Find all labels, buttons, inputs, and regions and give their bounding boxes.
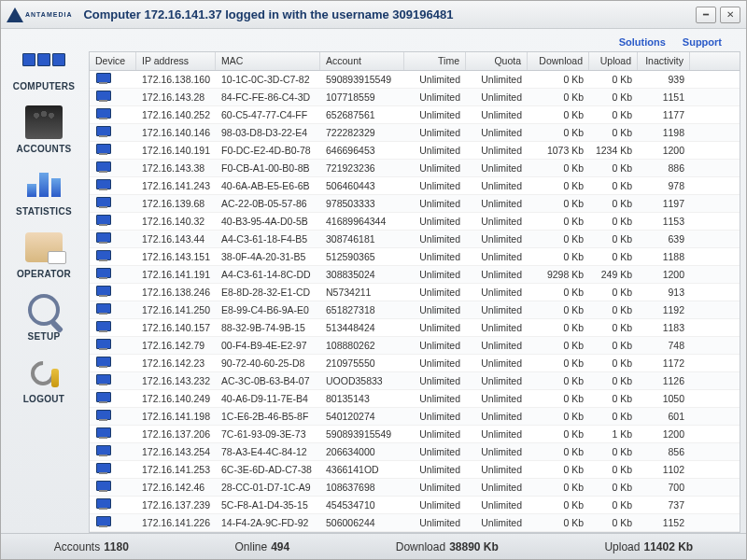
table-row[interactable]: 172.16.141.250E8-99-C4-B6-9A-E0651827318… xyxy=(90,301,740,319)
cell-upload: 0 Kb xyxy=(589,287,638,298)
support-link[interactable]: Support xyxy=(683,36,722,48)
col-ip[interactable]: IP address xyxy=(136,52,216,70)
cell-quota: Unlimited xyxy=(466,145,528,156)
cell-inactivity: 1188 xyxy=(638,251,690,262)
cell-device xyxy=(90,410,136,423)
table-row[interactable]: 172.16.138.16010-1C-0C-3D-C7-82590893915… xyxy=(90,71,740,89)
sidebar-item-statistics[interactable]: STATISTICS xyxy=(7,161,81,222)
table-row[interactable]: 172.16.142.7900-F4-B9-4E-E2-97108880262U… xyxy=(90,337,740,355)
cell-account: 540120274 xyxy=(320,411,404,422)
cell-time: Unlimited xyxy=(404,74,466,85)
status-bar: Accounts1180 Online494 Download38890 Kb … xyxy=(1,533,746,559)
cell-mac: 00-F4-B9-4E-E2-97 xyxy=(216,340,320,351)
brand-name: ANTAMEDIA xyxy=(25,11,72,18)
computer-icon xyxy=(95,250,110,261)
cell-download: 0 Kb xyxy=(528,393,589,404)
cell-inactivity: 1172 xyxy=(638,357,690,369)
cell-device xyxy=(90,463,136,476)
table-row[interactable]: 172.16.143.2884-FC-FE-86-C4-3D107718559U… xyxy=(90,89,740,106)
table-row[interactable]: 172.16.140.25260-C5-47-77-C4-FF652687561… xyxy=(90,106,740,124)
cell-mac: F0-CB-A1-00-B0-8B xyxy=(216,162,320,174)
table-row[interactable]: 172.16.142.4628-CC-01-D7-1C-A9108637698U… xyxy=(90,479,740,497)
table-row[interactable]: 172.16.142.2390-72-40-60-25-D8210975550U… xyxy=(90,355,740,372)
table-row[interactable]: 172.16.143.44A4-C3-61-18-F4-B5308746181U… xyxy=(90,231,740,248)
cell-mac: 38-0F-4A-20-31-B5 xyxy=(216,251,320,262)
col-device[interactable]: Device xyxy=(90,52,136,70)
cell-device xyxy=(90,197,136,210)
col-inactivity[interactable]: Inactivity xyxy=(638,52,690,70)
cell-inactivity: 700 xyxy=(638,482,690,493)
sidebar-item-computers[interactable]: COMPUTERS xyxy=(7,36,81,97)
cell-download: 0 Kb xyxy=(528,517,589,528)
table-row[interactable]: 172.16.140.24940-A6-D9-11-7E-B480135143U… xyxy=(90,390,740,408)
table-row[interactable]: 172.16.143.25478-A3-E4-4C-84-12206634000… xyxy=(90,443,740,461)
cell-device xyxy=(90,481,136,494)
sidebar-item-operator[interactable]: OPERATOR xyxy=(7,224,81,285)
cell-mac: AC-3C-0B-63-B4-07 xyxy=(216,375,320,386)
col-download[interactable]: Download xyxy=(528,52,589,70)
sidebar-item-label: STATISTICS xyxy=(16,206,72,217)
col-upload[interactable]: Upload xyxy=(589,52,638,70)
cell-download: 0 Kb xyxy=(528,357,589,369)
computer-icon xyxy=(95,144,110,155)
computer-icon xyxy=(95,410,110,421)
col-quota[interactable]: Quota xyxy=(466,52,528,70)
cell-account: 652687561 xyxy=(320,109,404,120)
computer-icon xyxy=(95,392,110,403)
table-row[interactable]: 172.16.141.24340-6A-AB-E5-E6-6B506460443… xyxy=(90,177,740,195)
table-row[interactable]: 172.16.141.1981C-E6-2B-46-B5-8F540120274… xyxy=(90,408,740,426)
table-row[interactable]: 172.16.141.22614-F4-2A-9C-FD-92506006244… xyxy=(90,514,740,532)
table-row[interactable]: 172.16.139.68AC-22-0B-05-57-86978503333U… xyxy=(90,195,740,213)
cell-ip: 172.16.141.253 xyxy=(136,464,216,475)
cell-time: Unlimited xyxy=(404,393,466,404)
sidebar-item-logout[interactable]: LOGOUT xyxy=(7,349,81,410)
table-row[interactable]: 172.16.140.3240-B3-95-4A-D0-5B4168996434… xyxy=(90,213,740,231)
cell-account: 4366141OD xyxy=(320,464,404,475)
table-row[interactable]: 172.16.137.2067C-61-93-09-3E-73590893915… xyxy=(90,426,740,443)
table-row[interactable]: 172.16.137.2395C-F8-A1-D4-35-15454534710… xyxy=(90,497,740,514)
cell-account: UOOD35833 xyxy=(320,375,404,386)
computer-icon xyxy=(95,445,110,456)
cell-ip: 172.16.140.146 xyxy=(136,127,216,138)
table-row[interactable]: 172.16.143.15138-0F-4A-20-31-B5512590365… xyxy=(90,248,740,266)
col-mac[interactable]: MAC xyxy=(216,52,320,70)
computer-icon xyxy=(95,197,110,208)
cell-download: 0 Kb xyxy=(528,216,589,227)
cell-upload: 0 Kb xyxy=(589,446,638,457)
minimize-button[interactable]: ━ xyxy=(696,7,716,23)
sidebar-item-setup[interactable]: SETUP xyxy=(7,287,81,347)
cell-download: 0 Kb xyxy=(528,287,589,298)
table-body[interactable]: 172.16.138.16010-1C-0C-3D-C7-82590893915… xyxy=(90,71,740,532)
cell-inactivity: 1192 xyxy=(638,304,690,315)
cell-account: 651827318 xyxy=(320,304,404,315)
table-row[interactable]: 172.16.143.38F0-CB-A1-00-B0-8B721923236U… xyxy=(90,160,740,177)
cell-inactivity: 1198 xyxy=(638,127,690,138)
cell-quota: Unlimited xyxy=(466,74,528,85)
table-row[interactable]: 172.16.141.191A4-C3-61-14-8C-DD308835024… xyxy=(90,266,740,284)
cell-device xyxy=(90,215,136,228)
solutions-link[interactable]: Solutions xyxy=(619,36,666,48)
cell-quota: Unlimited xyxy=(466,375,528,386)
cell-account: 108880262 xyxy=(320,340,404,351)
cell-time: Unlimited xyxy=(404,411,466,422)
cell-download: 0 Kb xyxy=(528,180,589,191)
cell-device xyxy=(90,161,136,175)
cell-download: 0 Kb xyxy=(528,127,589,138)
cell-quota: Unlimited xyxy=(466,269,528,280)
table-row[interactable]: 172.16.140.191F0-DC-E2-4D-B0-78646696453… xyxy=(90,142,740,160)
cell-quota: Unlimited xyxy=(466,287,528,298)
sidebar-item-accounts[interactable]: ACCOUNTS xyxy=(7,99,81,160)
close-button[interactable]: ✕ xyxy=(720,7,740,23)
cell-quota: Unlimited xyxy=(466,393,528,404)
col-time[interactable]: Time xyxy=(404,52,466,70)
table-row[interactable]: 172.16.140.14698-03-D8-D3-22-E4722282329… xyxy=(90,124,740,142)
cell-account: 506460443 xyxy=(320,180,404,191)
cell-time: Unlimited xyxy=(404,145,466,156)
cell-inactivity: 886 xyxy=(638,162,690,174)
computer-icon xyxy=(95,481,110,492)
table-row[interactable]: 172.16.141.2536C-3E-6D-AD-C7-384366141OD… xyxy=(90,461,740,479)
table-row[interactable]: 172.16.138.246E8-8D-28-32-E1-CDN5734211U… xyxy=(90,284,740,301)
table-row[interactable]: 172.16.143.232AC-3C-0B-63-B4-07UOOD35833… xyxy=(90,372,740,390)
table-row[interactable]: 172.16.140.15788-32-9B-74-9B-15513448424… xyxy=(90,319,740,337)
col-account[interactable]: Account xyxy=(320,52,404,70)
